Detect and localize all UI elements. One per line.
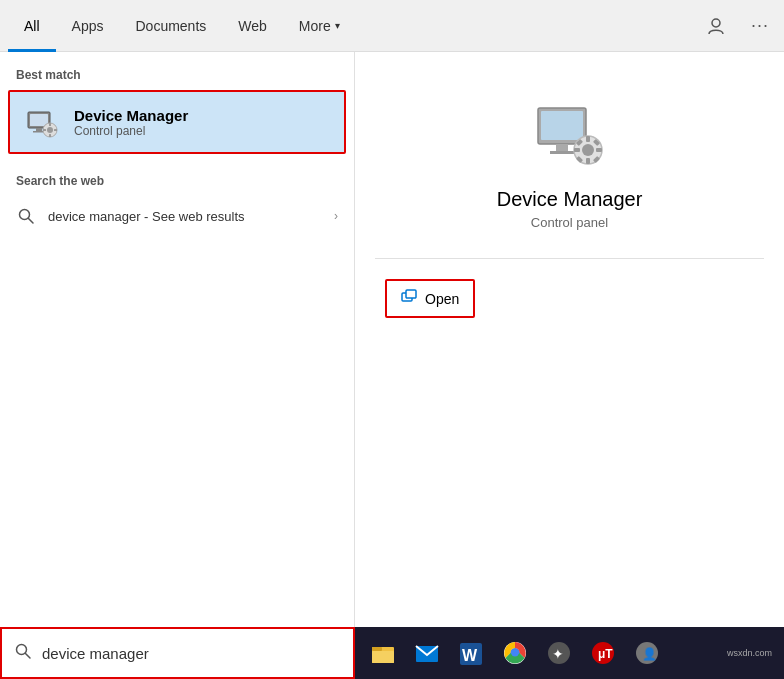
svg-text:μT: μT [598, 647, 613, 661]
tab-documents-label: Documents [135, 18, 206, 34]
taskbar-extra2[interactable]: μT [583, 633, 623, 673]
svg-point-0 [712, 19, 720, 27]
svg-text:👤: 👤 [642, 646, 657, 661]
best-match-title: Device Manager [74, 107, 188, 124]
taskbar-icons: W ✦ μT [363, 633, 667, 673]
device-manager-icon-large [530, 92, 610, 172]
app-large-subtitle: Control panel [531, 215, 608, 230]
search-input[interactable] [42, 645, 341, 662]
device-manager-small-svg [24, 104, 60, 140]
svg-rect-3 [36, 128, 42, 131]
svg-text:W: W [462, 647, 478, 664]
search-panel: All Apps Documents Web More ▾ ··· [0, 0, 784, 679]
open-button-label: Open [425, 291, 459, 307]
taskbar-file-explorer[interactable] [363, 633, 403, 673]
web-search-text: device manager - See web results [48, 209, 322, 224]
tab-apps-label: Apps [72, 18, 104, 34]
left-panel: Best match [0, 52, 355, 679]
svg-rect-28 [406, 290, 416, 298]
svg-rect-9 [43, 129, 46, 131]
svg-rect-15 [556, 144, 568, 151]
taskbar-word[interactable]: W [451, 633, 491, 673]
svg-line-12 [29, 219, 34, 224]
svg-rect-16 [550, 151, 574, 154]
word-icon: W [457, 639, 485, 667]
svg-rect-22 [596, 148, 602, 152]
taskbar-brand: wsxdn.com [727, 648, 776, 658]
tab-all-label: All [24, 18, 40, 34]
open-window-icon [401, 289, 417, 308]
web-search-section: Search the web device manager - See web … [0, 170, 354, 236]
web-search-label: Search the web [0, 170, 354, 196]
best-match-subtitle: Control panel [74, 124, 188, 138]
open-button[interactable]: Open [385, 279, 475, 318]
file-explorer-icon [369, 639, 397, 667]
svg-point-18 [582, 144, 594, 156]
extra3-icon: 👤 [633, 639, 661, 667]
svg-line-30 [26, 654, 31, 659]
ellipsis-icon: ··· [751, 15, 769, 36]
person-icon-button[interactable] [700, 10, 732, 42]
svg-rect-14 [541, 111, 583, 140]
svg-rect-19 [586, 136, 590, 142]
svg-rect-20 [586, 158, 590, 164]
more-options-button[interactable]: ··· [744, 10, 776, 42]
svg-point-40 [512, 650, 519, 657]
web-search-suffix: - See web results [141, 209, 245, 224]
search-icon [16, 206, 36, 226]
taskbar-mail[interactable] [407, 633, 447, 673]
best-match-text: Device Manager Control panel [74, 107, 188, 138]
right-panel: Device Manager Control panel Open [355, 52, 784, 679]
tab-web-label: Web [238, 18, 267, 34]
tab-more[interactable]: More ▾ [283, 0, 356, 52]
tab-web[interactable]: Web [222, 0, 283, 52]
search-bar [0, 627, 355, 679]
best-match-label: Best match [0, 64, 354, 90]
tab-more-label: More [299, 18, 331, 34]
tab-apps[interactable]: Apps [56, 0, 120, 52]
search-bar-icon [14, 642, 32, 664]
svg-rect-21 [574, 148, 580, 152]
tab-all[interactable]: All [8, 0, 56, 52]
tabs-bar: All Apps Documents Web More ▾ ··· [0, 0, 784, 52]
svg-rect-34 [372, 651, 394, 663]
svg-point-6 [47, 127, 53, 133]
chevron-down-icon: ▾ [335, 20, 340, 31]
extra1-icon: ✦ [545, 639, 573, 667]
web-search-chevron-icon: › [334, 209, 338, 223]
svg-rect-33 [372, 647, 382, 651]
taskbar: W ✦ μT [355, 627, 784, 679]
device-manager-large-svg [534, 96, 606, 168]
tab-documents[interactable]: Documents [119, 0, 222, 52]
taskbar-chrome[interactable] [495, 633, 535, 673]
content-area: Best match [0, 52, 784, 679]
app-large-title: Device Manager [497, 188, 643, 211]
svg-rect-8 [49, 134, 51, 137]
taskbar-extra3[interactable]: 👤 [627, 633, 667, 673]
web-search-item[interactable]: device manager - See web results › [0, 196, 354, 236]
web-search-query: device manager [48, 209, 141, 224]
taskbar-extra1[interactable]: ✦ [539, 633, 579, 673]
best-match-item[interactable]: Device Manager Control panel [8, 90, 346, 154]
tabs-right-icons: ··· [700, 10, 776, 42]
svg-rect-10 [54, 129, 57, 131]
svg-rect-7 [49, 123, 51, 126]
extra2-icon: μT [589, 639, 617, 667]
open-button-container: Open [375, 279, 764, 318]
mail-icon [413, 639, 441, 667]
divider [375, 258, 764, 259]
device-manager-icon-small [22, 102, 62, 142]
chrome-icon [501, 639, 529, 667]
svg-text:✦: ✦ [552, 646, 564, 662]
person-icon [707, 17, 725, 35]
